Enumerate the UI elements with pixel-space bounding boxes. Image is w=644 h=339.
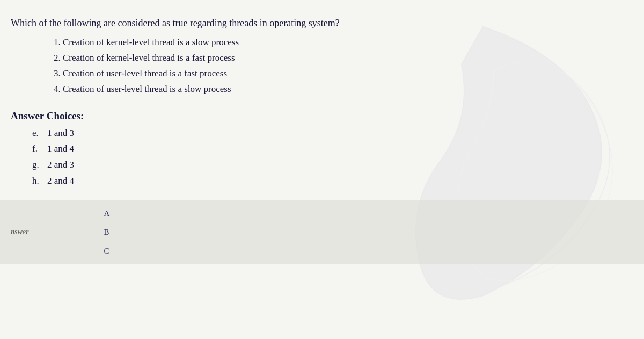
answer-choice-item: f.1 and 4 — [32, 141, 408, 157]
answer-choices: e.1 and 3f.1 and 4g.2 and 3h.2 and 4 — [32, 125, 408, 189]
bottom-buttons: ABC — [104, 209, 109, 256]
option-item: 3. Creation of user-level thread is a fa… — [54, 66, 408, 82]
answer-section: Answer Choices: e.1 and 3f.1 and 4g.2 an… — [11, 110, 408, 189]
option-item: 1. Creation of kernel-level thread is a … — [54, 35, 408, 51]
choice-text: 2 and 3 — [47, 157, 74, 173]
bottom-label: nswer — [11, 228, 28, 236]
bottom-btn-c[interactable]: C — [104, 247, 109, 256]
choice-text: 2 and 4 — [47, 173, 74, 189]
answer-heading: Answer Choices: — [11, 110, 408, 122]
choice-letter: h. — [32, 173, 43, 189]
answer-choice-item: g.2 and 3 — [32, 157, 408, 173]
question-text: Which of the following are considered as… — [11, 16, 408, 31]
bottom-btn-b[interactable]: B — [104, 228, 109, 237]
bottom-bar: nswer ABC — [0, 200, 644, 264]
answer-choice-item: e.1 and 3 — [32, 125, 408, 141]
answer-choice-item: h.2 and 4 — [32, 173, 408, 189]
choice-letter: e. — [32, 125, 43, 141]
option-item: 2. Creation of kernel-level thread is a … — [54, 51, 408, 66]
option-item: 4. Creation of user-level thread is a sl… — [54, 82, 408, 97]
choice-letter: g. — [32, 157, 43, 173]
choice-text: 1 and 3 — [47, 125, 74, 141]
page-content: Which of the following are considered as… — [0, 0, 429, 200]
bottom-btn-a[interactable]: A — [104, 209, 109, 218]
options-list: 1. Creation of kernel-level thread is a … — [54, 35, 408, 97]
choice-text: 1 and 4 — [47, 141, 74, 157]
choice-letter: f. — [32, 141, 43, 157]
